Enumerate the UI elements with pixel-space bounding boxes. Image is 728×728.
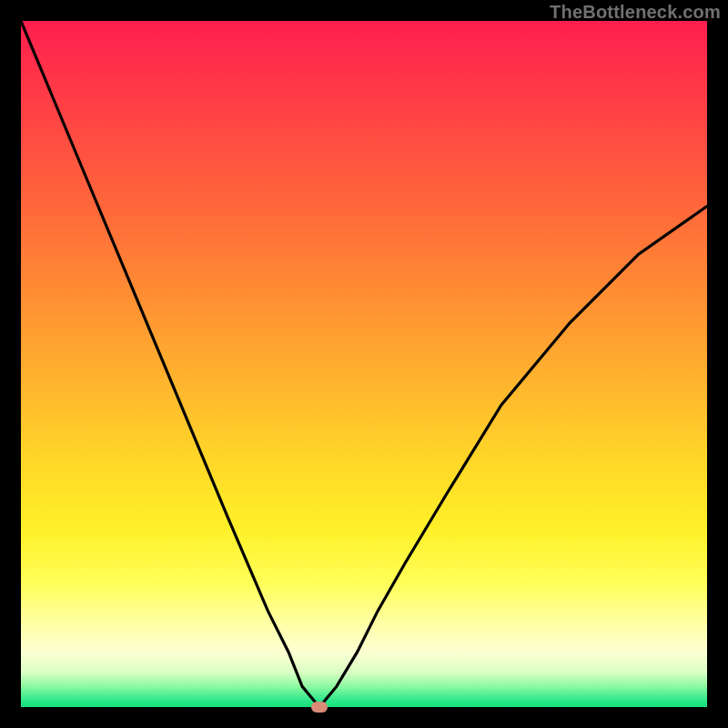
chart-frame: TheBottleneck.com <box>0 0 728 728</box>
curve-path <box>21 21 707 707</box>
plot-area <box>21 21 707 707</box>
watermark-text: TheBottleneck.com <box>550 2 721 23</box>
bottleneck-curve <box>21 21 707 707</box>
optimum-marker <box>311 702 328 713</box>
